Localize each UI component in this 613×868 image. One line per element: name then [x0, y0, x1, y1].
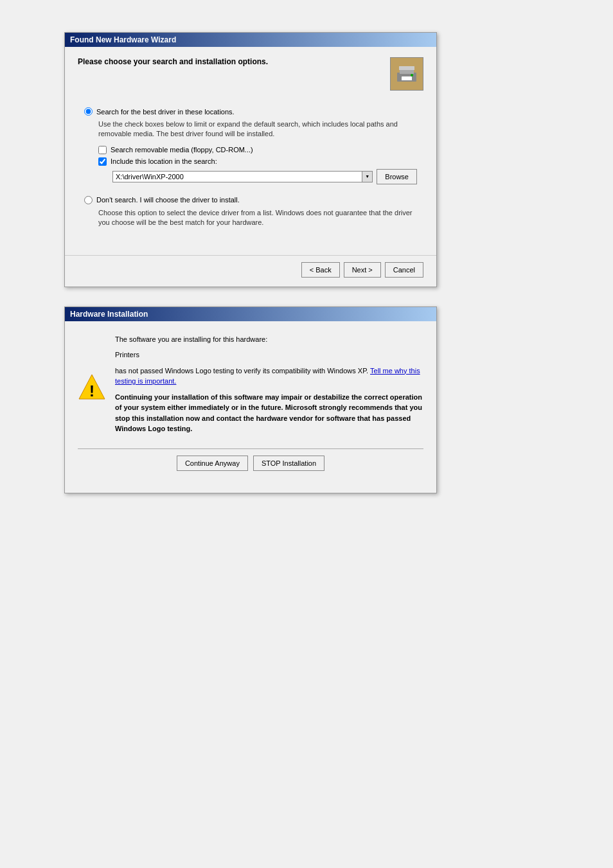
radio-search-input[interactable]	[84, 107, 93, 116]
checkbox-removable-input[interactable]	[98, 146, 107, 154]
cancel-button[interactable]: Cancel	[385, 262, 423, 278]
radio-dont-search-input[interactable]	[84, 196, 93, 204]
checkbox-location-input[interactable]	[98, 157, 107, 166]
wizard-footer: < Back Next > Cancel	[65, 255, 436, 287]
hardware-installation-dialog: Hardware Installation ! The software you…	[64, 306, 437, 493]
checkbox-removable-media[interactable]: Search removable media (floppy, CD-ROM..…	[98, 146, 417, 154]
radio-search-label: Search for the best driver in these loca…	[96, 108, 235, 116]
checkbox-location-label: Include this location in the search:	[111, 157, 217, 165]
checkbox-include-location[interactable]: Include this location in the search:	[98, 157, 417, 166]
radio-dont-search-label: Don't search. I will choose the driver t…	[96, 196, 240, 204]
hw-warning-text: Continuing your installation of this sof…	[115, 392, 423, 434]
hw-content: ! The software you are installing for th…	[78, 334, 423, 439]
hw-line2-part1: has not passed Windows Logo testing to v…	[115, 367, 370, 375]
back-button[interactable]: < Back	[301, 262, 340, 278]
wizard-titlebar: Found New Hardware Wizard	[65, 33, 436, 47]
svg-text:!: !	[89, 382, 94, 400]
dont-search-description: Choose this option to select the device …	[98, 208, 417, 228]
checkbox-removable-label: Search removable media (floppy, CD-ROM..…	[111, 146, 253, 154]
path-field-container[interactable]: ▼	[112, 171, 373, 182]
hw-text-content: The software you are installing for this…	[115, 334, 423, 439]
next-button[interactable]: Next >	[344, 262, 381, 278]
hw-body: ! The software you are installing for th…	[65, 321, 436, 493]
warning-triangle-svg: !	[78, 373, 106, 401]
hw-titlebar: Hardware Installation	[65, 307, 436, 321]
svg-rect-2	[402, 76, 412, 80]
found-new-hardware-wizard: Found New Hardware Wizard Please choose …	[64, 32, 437, 287]
hw-title: Hardware Installation	[70, 310, 148, 319]
path-row: ▼ Browse	[112, 169, 417, 184]
wizard-header-text: Please choose your search and installati…	[78, 57, 268, 66]
stop-installation-button[interactable]: STOP Installation	[253, 456, 324, 471]
browse-button[interactable]: Browse	[377, 169, 417, 184]
radio-dont-search[interactable]: Don't search. I will choose the driver t…	[84, 196, 417, 204]
hw-line1: The software you are installing for this…	[115, 334, 423, 345]
hw-footer: Continue Anyway STOP Installation	[78, 448, 423, 480]
wizard-icon	[390, 57, 423, 91]
path-dropdown-btn[interactable]: ▼	[362, 172, 372, 182]
radio-search-best-driver[interactable]: Search for the best driver in these loca…	[84, 107, 417, 116]
continue-anyway-button[interactable]: Continue Anyway	[177, 456, 248, 471]
hw-logo-text: has not passed Windows Logo testing to v…	[115, 366, 423, 387]
svg-rect-4	[399, 66, 414, 70]
svg-point-3	[411, 74, 413, 76]
wizard-content: Search for the best driver in these loca…	[78, 107, 423, 228]
hw-hardware-name: Printers	[115, 350, 423, 360]
wizard-title: Found New Hardware Wizard	[70, 35, 176, 44]
path-input[interactable]	[113, 172, 362, 182]
search-description: Use the check boxes below to limit or ex…	[98, 120, 417, 139]
wizard-header: Please choose your search and installati…	[78, 57, 423, 97]
warning-icon: !	[78, 334, 106, 439]
hardware-icon	[394, 61, 420, 87]
